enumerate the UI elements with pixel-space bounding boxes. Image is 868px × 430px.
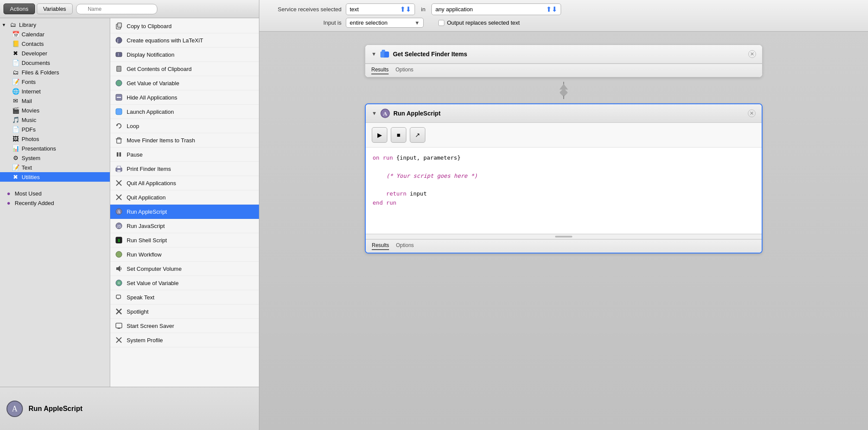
- action-launch-application[interactable]: Launch Application: [110, 105, 259, 119]
- action-run-javascript[interactable]: JS Run JavaScript: [110, 219, 259, 233]
- action-run-workflow[interactable]: Run Workflow: [110, 247, 259, 262]
- sidebar-item-most-used[interactable]: ● Most Used: [0, 189, 110, 198]
- in-value: any application: [435, 6, 473, 13]
- sidebar-item-calendar[interactable]: 📅 Calendar: [0, 29, 110, 39]
- action-copy-clipboard[interactable]: Copy to Clipboard: [110, 19, 259, 33]
- svg-text:A: A: [383, 110, 387, 117]
- finder-card-tabs: Results Options: [365, 64, 762, 77]
- sidebar-item-pdfs[interactable]: 📄 PDFs: [0, 125, 110, 134]
- action-run-shell[interactable]: $ Run Shell Script: [110, 233, 259, 247]
- svg-text:A: A: [12, 404, 18, 413]
- sidebar-item-text[interactable]: 📝 Text: [0, 163, 110, 172]
- search-wrapper: 🔍: [74, 4, 255, 14]
- svg-rect-37: [116, 323, 122, 328]
- input-is-value: entire selection: [350, 19, 387, 26]
- sidebar-item-files-folders[interactable]: 🗂 Files & Folders: [0, 67, 110, 77]
- applescript-card-tabs: Results Options: [366, 239, 762, 253]
- quit-all-icon: [115, 179, 123, 187]
- action-label: Start Screen Saver: [127, 323, 174, 329]
- action-get-clipboard[interactable]: Get Contents of Clipboard: [110, 62, 259, 76]
- content-area: ▼ 🗂 Library 📅 Calendar 📒 Contacts ✖ Deve…: [0, 18, 259, 387]
- action-set-volume[interactable]: Set Computer Volume: [110, 262, 259, 276]
- sidebar-item-fonts[interactable]: 📝 Fonts: [0, 77, 110, 87]
- photos-icon: 🖼: [12, 135, 19, 142]
- sidebar-item-presentations[interactable]: 📊 Presentations: [0, 144, 110, 153]
- action-loop[interactable]: Loop: [110, 119, 259, 133]
- code-line-3: (* Your script goes here *): [373, 172, 755, 181]
- library-root[interactable]: ▼ 🗂 Library: [0, 20, 110, 29]
- applescript-tab-options[interactable]: Options: [396, 242, 414, 250]
- service-row-input: Input is entire selection ▼ Output repla…: [268, 18, 859, 28]
- svg-text:$: $: [118, 238, 120, 243]
- sidebar-item-developer[interactable]: ✖ Developer: [0, 48, 110, 58]
- action-start-screensaver[interactable]: Start Screen Saver: [110, 319, 259, 333]
- action-get-variable[interactable]: Get Value of Variable: [110, 76, 259, 90]
- sidebar-item-documents[interactable]: 📄 Documents: [0, 58, 110, 67]
- action-run-applescript[interactable]: A Run AppleScript: [110, 205, 259, 219]
- contacts-icon: 📒: [12, 40, 19, 47]
- applescript-collapse-btn[interactable]: ▼: [372, 110, 377, 116]
- sidebar-item-system[interactable]: ⚙ System: [0, 153, 110, 163]
- action-system-profile[interactable]: System Profile: [110, 333, 259, 347]
- action-set-variable[interactable]: = Set Value of Variable: [110, 276, 259, 290]
- input-is-select[interactable]: entire selection ▼: [346, 18, 424, 28]
- sidebar-item-recently-added[interactable]: ● Recently Added: [0, 198, 110, 208]
- action-label: Set Value of Variable: [127, 280, 179, 286]
- action-quit-application[interactable]: Quit Application: [110, 190, 259, 205]
- output-replaces-checkbox[interactable]: [438, 20, 444, 26]
- sidebar-item-photos[interactable]: 🖼 Photos: [0, 134, 110, 144]
- sidebar-item-movies[interactable]: 🎬 Movies: [0, 106, 110, 115]
- action-spotlight[interactable]: Spotlight: [110, 305, 259, 319]
- actions-button[interactable]: Actions: [3, 3, 35, 14]
- action-label: Launch Application: [127, 109, 174, 115]
- script-editor[interactable]: on run {input, parameters} (* Your scrip…: [366, 148, 762, 234]
- action-quit-all[interactable]: Quit All Applications: [110, 176, 259, 190]
- sidebar-item-label: Text: [22, 164, 32, 171]
- movies-icon: 🎬: [12, 107, 19, 114]
- applescript-tab-results[interactable]: Results: [372, 242, 389, 250]
- action-print-finder[interactable]: Print Finder Items: [110, 162, 259, 176]
- finder-tab-results[interactable]: Results: [371, 67, 389, 74]
- sidebar-item-label: Movies: [22, 107, 39, 114]
- search-input[interactable]: [76, 4, 157, 14]
- receives-select[interactable]: text ⬆⬇: [346, 3, 415, 15]
- action-hide-applications[interactable]: Hide All Applications: [110, 90, 259, 105]
- variables-button[interactable]: Variables: [37, 3, 73, 14]
- pause-icon: [115, 150, 123, 159]
- sidebar-item-label: Presentations: [22, 145, 56, 152]
- action-speak-text[interactable]: Speak Text: [110, 290, 259, 305]
- start-screensaver-icon: [115, 321, 123, 330]
- get-variable-icon: [115, 79, 123, 87]
- svg-rect-34: [116, 295, 121, 298]
- svg-rect-12: [117, 139, 121, 143]
- sidebar-item-music[interactable]: 🎵 Music: [0, 115, 110, 125]
- applescript-close-btn[interactable]: ✕: [748, 109, 756, 117]
- action-create-equations[interactable]: ∫ Create equations with LaTeXiT: [110, 33, 259, 48]
- sidebar-item-internet[interactable]: 🌐 Internet: [0, 87, 110, 96]
- sidebar-item-contacts[interactable]: 📒 Contacts: [0, 39, 110, 48]
- card-header-applescript: ▼ A Run AppleScript ✕: [366, 104, 762, 123]
- action-display-notification[interactable]: ! Display Notification: [110, 48, 259, 62]
- input-is-arrow: ▼: [415, 20, 420, 26]
- svg-point-7: [116, 80, 122, 86]
- action-move-trash[interactable]: Move Finder Items to Trash: [110, 133, 259, 148]
- sidebar-item-label: Files & Folders: [22, 69, 59, 76]
- action-label: Display Notification: [127, 51, 175, 58]
- finder-close-btn[interactable]: ✕: [748, 50, 756, 58]
- play-button[interactable]: ▶: [372, 127, 387, 143]
- stop-button[interactable]: ■: [391, 127, 406, 143]
- finder-card-title: Get Selected Finder Items: [393, 51, 745, 58]
- finder-tab-options[interactable]: Options: [396, 67, 413, 74]
- service-header: Service receives selected text ⬆⬇ in any…: [259, 0, 868, 32]
- sidebar-item-mail[interactable]: ✉ Mail: [0, 96, 110, 106]
- edit-button[interactable]: ↗: [410, 127, 425, 143]
- in-select[interactable]: any application ⬆⬇: [431, 3, 561, 15]
- script-controls: ▶ ■ ↗: [366, 123, 762, 148]
- sidebar-item-label: PDFs: [22, 126, 36, 133]
- action-pause[interactable]: Pause: [110, 148, 259, 162]
- launch-application-icon: [115, 107, 123, 116]
- finder-collapse-btn[interactable]: ▼: [371, 51, 377, 57]
- sidebar-item-label: Music: [22, 117, 36, 123]
- action-label: Spotlight: [127, 308, 149, 315]
- sidebar-item-utilities[interactable]: ✖ Utilities: [0, 172, 110, 182]
